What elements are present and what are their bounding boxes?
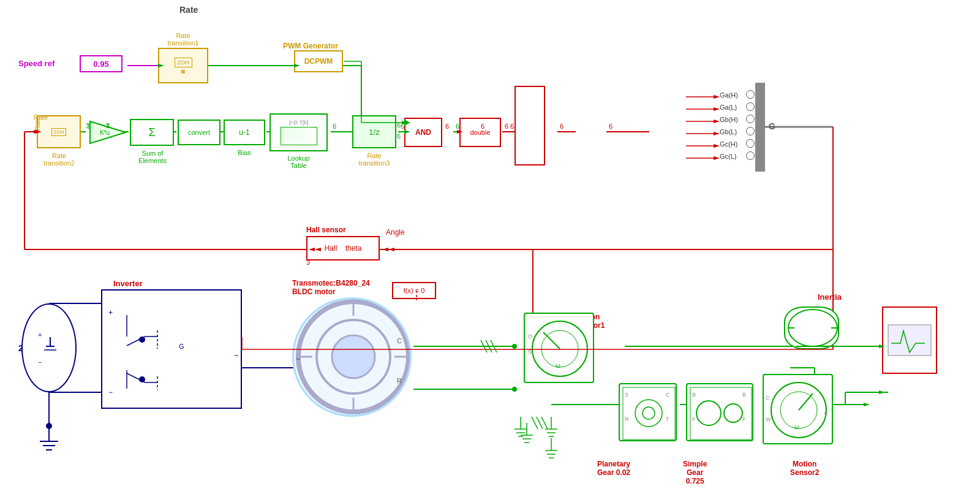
scope-gb-h xyxy=(746,115,755,123)
svg-marker-67 xyxy=(864,403,870,406)
svg-marker-33 xyxy=(714,120,720,123)
svg-text:+: + xyxy=(108,308,113,317)
svg-text:F: F xyxy=(742,416,746,422)
speed-ref-label: Speed ref xyxy=(18,59,55,68)
svg-text:+: + xyxy=(38,331,42,338)
motion-sensor2-block: ω C W A xyxy=(763,374,833,444)
gb-h-label: Gb(H) xyxy=(720,116,738,123)
svg-marker-171 xyxy=(388,248,394,251)
svg-text:−: − xyxy=(38,359,42,366)
ga-h-label: Ga(H) xyxy=(720,91,738,99)
rate-transition1-block: ZOH ▦ xyxy=(158,48,208,83)
inverter-label: Inverter xyxy=(113,279,143,288)
svg-text:R: R xyxy=(625,416,629,422)
wire-canvas: 3 3 3 6 6 6 6 6 6 xyxy=(0,0,980,502)
svg-text:~: ~ xyxy=(234,351,238,360)
sum-block: Σ xyxy=(130,119,174,146)
lookup-label: LookupTable xyxy=(270,154,328,169)
svg-point-158 xyxy=(512,344,517,349)
svg-point-104 xyxy=(332,335,375,378)
num-3-hall: 3 xyxy=(306,259,310,266)
planetary-gear-label: PlanetaryGear 0.02 xyxy=(597,460,630,477)
simple-gear-block: B F B F xyxy=(686,383,753,441)
svg-text:6: 6 xyxy=(560,123,564,130)
svg-text:K*u: K*u xyxy=(100,129,110,136)
svg-text:G: G xyxy=(179,343,184,350)
svg-text:6: 6 xyxy=(609,123,612,130)
gc-h-label: Gc(H) xyxy=(720,140,737,148)
svg-marker-32 xyxy=(714,107,720,111)
svg-line-187 xyxy=(481,340,487,352)
scope-gc-l xyxy=(746,151,755,160)
svg-marker-172 xyxy=(382,248,388,251)
motion-sensor2-label: MotionSensor2 xyxy=(790,460,819,477)
scope-gc-h xyxy=(746,139,755,148)
gate-driver-block xyxy=(514,86,545,165)
rate-transition2-label: Ratetransition2 xyxy=(33,152,85,167)
svg-marker-31 xyxy=(714,95,720,99)
g-label: G xyxy=(769,121,775,131)
gc-l-label: Gc(L) xyxy=(720,153,737,160)
hall-sensor-label-text: Hall sensor xyxy=(306,226,346,234)
scope-gb-l xyxy=(746,127,755,135)
svg-line-191 xyxy=(537,417,543,429)
svg-text:W: W xyxy=(766,416,771,422)
rate-transition3-label: Ratetransition3 xyxy=(343,152,405,167)
svg-text:B: B xyxy=(692,392,696,398)
inertia-label: Inertia xyxy=(818,292,842,302)
svg-text:6: 6 xyxy=(505,123,508,130)
lookup-block: 2-D T[k] xyxy=(270,113,328,151)
svg-text:ω: ω xyxy=(794,424,799,430)
svg-point-139 xyxy=(788,310,837,346)
bias-label: Bias xyxy=(225,149,263,156)
gb-l-label: Gb(L) xyxy=(720,128,737,135)
svg-point-160 xyxy=(512,387,517,392)
svg-text:C: C xyxy=(666,392,670,398)
inverter-block: + − ~ G xyxy=(101,289,242,409)
svg-point-123 xyxy=(635,400,662,427)
svg-marker-36 xyxy=(714,156,720,160)
hall-sensor-block: Hall theta xyxy=(306,236,380,261)
planetary-gear-block: S R C T xyxy=(619,383,677,441)
svg-text:6: 6 xyxy=(510,123,514,130)
diagram-container: 3 3 3 6 6 6 6 6 6 xyxy=(0,0,980,502)
ga-l-label: Ga(L) xyxy=(720,104,737,111)
svg-text:~: ~ xyxy=(296,355,300,363)
svg-text:ω: ω xyxy=(556,362,560,369)
svg-marker-35 xyxy=(714,144,720,148)
g-bus-bar xyxy=(755,83,765,172)
rate-label-sum: Rate xyxy=(179,5,198,15)
svg-text:6: 6 xyxy=(397,132,401,140)
svg-point-124 xyxy=(643,407,655,419)
svg-line-192 xyxy=(541,417,548,429)
svg-text:−: − xyxy=(108,388,113,397)
scope-ga-l xyxy=(746,102,755,111)
scope-ga-h xyxy=(746,90,755,99)
svg-line-190 xyxy=(532,417,538,429)
dcpwm-block: DCPWM xyxy=(294,50,343,72)
scope-block xyxy=(882,306,937,374)
rate-label-vertical: Rate xyxy=(34,113,48,121)
gain-block: K*u xyxy=(89,120,127,145)
svg-text:C: C xyxy=(766,395,770,401)
angle-label: Angle xyxy=(386,228,405,237)
svg-text:6: 6 xyxy=(333,123,336,130)
svg-point-143 xyxy=(46,423,52,429)
svg-text:A: A xyxy=(824,410,827,416)
svg-text:C: C xyxy=(397,337,402,344)
svg-line-134 xyxy=(799,394,813,410)
speed-ref-value-box: 0.95 xyxy=(80,55,123,72)
bldc-label: Transmotec:B4280_24BLDC motor xyxy=(292,279,370,296)
inertia-block xyxy=(784,306,839,349)
and-block: AND xyxy=(404,118,442,147)
svg-marker-186 xyxy=(879,390,885,394)
svg-text:B: B xyxy=(742,392,746,398)
svg-text:6: 6 xyxy=(445,123,449,130)
svg-point-131 xyxy=(724,404,742,422)
svg-text:T: T xyxy=(666,416,669,422)
svg-text:S: S xyxy=(528,349,532,355)
dc-source-block: + − xyxy=(21,303,77,392)
bldc-motor-body: C R ~ xyxy=(292,297,412,417)
rate-transition3-block: 1/z xyxy=(352,115,396,148)
motion-sensor1-block: ω O S xyxy=(524,313,594,383)
